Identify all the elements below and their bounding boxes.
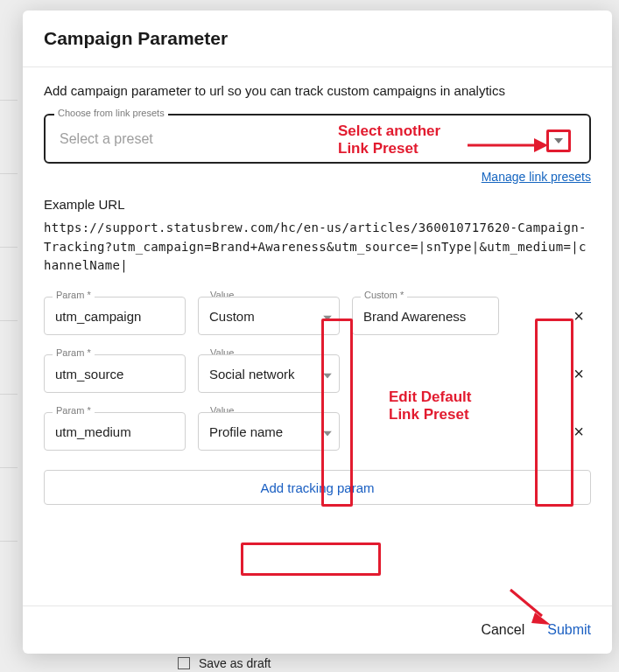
custom-input[interactable]: Brand Awareness [352, 297, 499, 335]
close-icon: × [573, 306, 584, 326]
custom-label: Custom * [361, 290, 407, 300]
dialog-body: Add campaign parameter to url so you can… [23, 67, 612, 606]
dialog-subtitle: Add campaign parameter to url so you can… [44, 83, 591, 98]
remove-row-button[interactable]: × [566, 364, 591, 384]
dialog-header: Campaign Parameter [23, 10, 612, 67]
campaign-parameter-dialog: Campaign Parameter Add campaign paramete… [23, 10, 612, 654]
param-label: Param * [53, 290, 95, 300]
manage-link-presets-link[interactable]: Manage link presets [482, 170, 591, 184]
cancel-button[interactable]: Cancel [481, 622, 524, 638]
save-as-draft-label: Save as draft [199, 656, 271, 670]
link-preset-placeholder: Select a preset [60, 131, 153, 147]
close-icon: × [573, 422, 584, 441]
chevron-down-icon [323, 367, 332, 382]
remove-row-button[interactable]: × [566, 422, 591, 442]
example-url-value: https://support.statusbrew.com/hc/en-us/… [44, 219, 591, 276]
chevron-down-icon [323, 424, 332, 439]
param-row: Param * utm_medium Value Profile name × [44, 412, 591, 451]
value-select[interactable]: Social network [198, 354, 340, 393]
save-as-draft-checkbox[interactable]: Save as draft [178, 654, 271, 672]
dialog-title: Campaign Parameter [44, 28, 591, 49]
param-input[interactable]: utm_source [44, 354, 186, 393]
value-select[interactable]: Profile name [198, 412, 340, 451]
example-url-heading: Example URL [44, 197, 591, 212]
value-select[interactable]: Custom [198, 297, 340, 335]
remove-row-button[interactable]: × [566, 306, 591, 326]
link-preset-select[interactable]: Choose from link presets Select a preset [44, 114, 591, 164]
chevron-down-icon [323, 309, 332, 324]
checkbox-icon [178, 657, 190, 669]
param-row: Param * utm_source Value Social network … [44, 354, 591, 393]
param-label: Param * [53, 405, 95, 416]
background-grid [0, 0, 23, 672]
submit-button[interactable]: Submit [547, 622, 591, 638]
param-input[interactable]: utm_campaign [44, 297, 186, 335]
dialog-footer: Cancel Submit [23, 606, 612, 654]
add-tracking-param-button[interactable]: Add tracking param [44, 470, 591, 505]
param-label: Param * [53, 347, 95, 358]
close-icon: × [573, 364, 584, 383]
param-input[interactable]: utm_medium [44, 412, 186, 451]
param-row: Param * utm_campaign Value Custom Custom… [44, 297, 591, 335]
